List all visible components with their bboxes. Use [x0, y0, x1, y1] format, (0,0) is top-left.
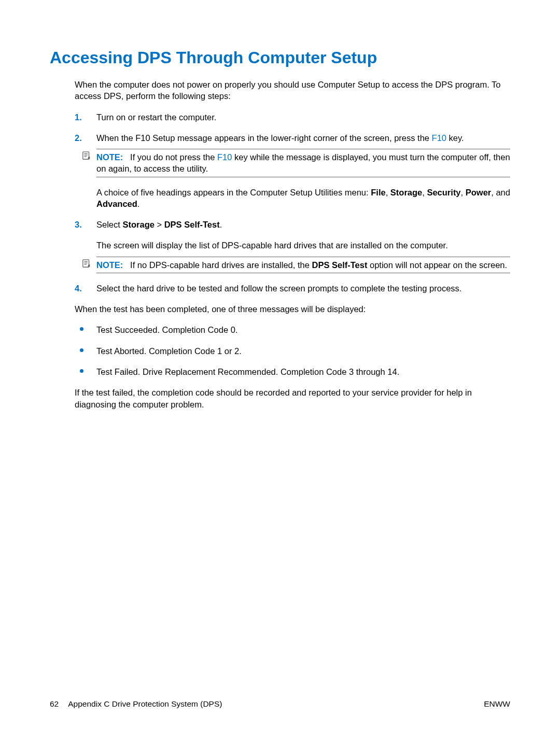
bullet-icon	[80, 327, 83, 331]
step-number: 2.	[75, 132, 82, 144]
note-icon	[82, 259, 91, 268]
note-icon	[82, 151, 91, 160]
step-number: 3.	[75, 219, 82, 230]
list-item: Test Failed. Drive Replacement Recommend…	[75, 366, 510, 377]
step-2: 2. When the F10 Setup message appears in…	[75, 132, 510, 209]
list-item: Test Aborted. Completion Code 1 or 2.	[75, 345, 510, 357]
menu-choice-paragraph: A choice of five headings appears in the…	[96, 187, 510, 210]
closing-paragraph: If the test failed, the completion code …	[75, 387, 510, 410]
f10-key-link: F10	[432, 133, 446, 143]
step-number: 4.	[75, 283, 82, 294]
after-list-paragraph: When the test has been completed, one of…	[75, 303, 510, 315]
note-block: NOTE: If you do not press the F10 key wh…	[96, 149, 510, 177]
page-footer: 62 Appendix C Drive Protection System (D…	[50, 699, 510, 709]
steps-list: 1. Turn on or restart the computer. 2. W…	[75, 111, 510, 294]
intro-paragraph: When the computer does not power on prop…	[75, 79, 510, 102]
page-number: 62	[50, 699, 59, 709]
bullet-icon	[80, 348, 83, 352]
result-messages-list: Test Succeeded. Completion Code 0. Test …	[75, 324, 510, 377]
list-item: Test Succeeded. Completion Code 0.	[75, 324, 510, 335]
appendix-label: Appendix C Drive Protection System (DPS)	[68, 699, 222, 709]
note-block: NOTE: If no DPS-capable hard drives are …	[96, 257, 510, 273]
step-text: Select the hard drive to be tested and f…	[96, 284, 461, 293]
content-body: When the computer does not power on prop…	[75, 79, 510, 410]
step-text: Turn on or restart the computer.	[96, 113, 216, 122]
page-title: Accessing DPS Through Computer Setup	[50, 48, 510, 67]
step-1: 1. Turn on or restart the computer.	[75, 111, 510, 123]
bullet-icon	[80, 369, 83, 373]
f10-key-link: F10	[217, 152, 232, 162]
step-text: Select Storage > DPS Self-Test.	[96, 220, 222, 229]
step-4: 4. Select the hard drive to be tested an…	[75, 283, 510, 294]
footer-right: ENWW	[484, 699, 510, 709]
step-text: When the F10 Setup message appears in th…	[96, 133, 464, 143]
step-3-sub: The screen will display the list of DPS-…	[96, 240, 510, 251]
note-label: NOTE:	[96, 260, 123, 270]
note-label: NOTE:	[96, 152, 123, 162]
step-number: 1.	[75, 111, 82, 123]
step-3: 3. Select Storage > DPS Self-Test. The s…	[75, 219, 510, 273]
footer-left: 62 Appendix C Drive Protection System (D…	[50, 699, 222, 709]
